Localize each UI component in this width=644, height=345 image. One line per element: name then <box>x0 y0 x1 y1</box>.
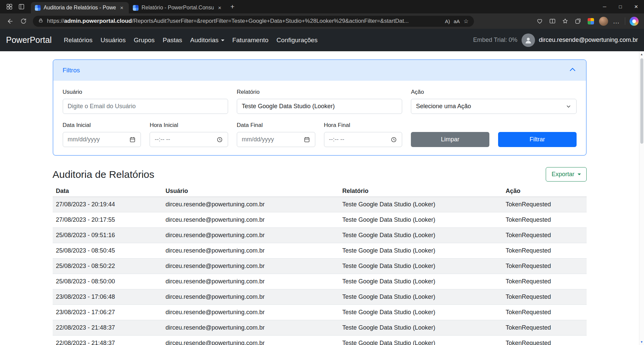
hora-inicial-label: Hora Inicial <box>150 122 228 129</box>
table-cell: 25/08/2023 - 08:50:22 <box>53 259 162 274</box>
tab-title: Relatório - PowerPortal.Consume <box>142 5 214 11</box>
table-header-row: Data Usuário Relatório Ação <box>53 186 587 197</box>
table-cell: dirceu.resende@powertuning.com.br <box>162 243 339 259</box>
page-scrollbar[interactable]: ▲ ▼ <box>639 51 644 345</box>
chevron-down-icon <box>221 40 224 41</box>
field-data-inicial: Data Inicial mm/dd/yyyy <box>63 122 141 147</box>
filters-body: Usuário Relatório Ação Selecione uma Açã… <box>53 81 586 155</box>
tab-favicon <box>133 5 139 11</box>
url-path: /ReportsAudit?userFilter=&reportFilter=T… <box>132 18 409 24</box>
browser-essentials-icon[interactable] <box>534 15 546 27</box>
refresh-icon[interactable] <box>17 15 30 27</box>
browser-tab-active[interactable]: Auditoria de Relatórios - PowerP × <box>31 2 129 13</box>
field-relatorio: Relatório <box>237 89 402 114</box>
data-inicial-label: Data Inicial <box>63 122 141 129</box>
table-cell: TokenRequested <box>502 274 587 289</box>
field-usuario: Usuário <box>63 89 228 114</box>
close-window-button[interactable]: × <box>628 0 644 13</box>
embed-trial-status: Embed Trial: 0% <box>473 37 518 44</box>
nav-usuarios[interactable]: Usuários <box>97 37 130 44</box>
nav-faturamento[interactable]: Faturamento <box>228 37 273 44</box>
more-menu-icon[interactable]: … <box>610 15 622 27</box>
usuario-input[interactable] <box>63 99 228 114</box>
clock-icon[interactable] <box>390 136 397 143</box>
table-cell: dirceu.resende@powertuning.com.br <box>162 336 339 345</box>
collections-icon[interactable] <box>572 15 584 27</box>
url-text: https://admin.powerportal.cloud/ReportsA… <box>47 18 441 24</box>
nav-grupos[interactable]: Grupos <box>130 37 159 44</box>
read-aloud-icon[interactable]: A) <box>445 18 450 24</box>
table-cell: 25/08/2023 - 08:50:00 <box>53 274 162 289</box>
filters-header[interactable]: Filtros <box>53 60 586 81</box>
table-cell: TokenRequested <box>502 243 587 259</box>
tab-close-icon[interactable]: × <box>119 4 125 11</box>
address-bar[interactable]: https://admin.powerportal.cloud/ReportsA… <box>33 16 474 27</box>
nav-pastas[interactable]: Pastas <box>159 37 186 44</box>
window-controls: ─ □ × <box>597 0 644 13</box>
maximize-button[interactable]: □ <box>612 0 628 13</box>
copilot-icon[interactable] <box>628 15 640 27</box>
table-cell: dirceu.resende@powertuning.com.br <box>162 320 339 336</box>
relatorio-input[interactable] <box>237 99 402 114</box>
scroll-down-arrow-icon[interactable]: ▼ <box>639 339 644 345</box>
vertical-tabs-icon[interactable] <box>18 3 25 10</box>
field-data-final: Data Final mm/dd/yyyy <box>237 122 315 147</box>
hora-final-input[interactable]: --:-- -- <box>324 132 402 147</box>
scrollbar-thumb[interactable] <box>640 58 643 144</box>
user-email[interactable]: dirceu.resende@powertuning.com.br <box>539 37 638 44</box>
audit-table-body: 27/08/2023 - 20:19:44dirceu.resende@powe… <box>53 197 587 345</box>
favorites-icon[interactable] <box>559 15 571 27</box>
table-cell: 22/08/2023 - 21:48:37 <box>53 320 162 336</box>
split-screen-icon[interactable] <box>546 15 558 27</box>
nav-configuracoes[interactable]: Configurações <box>272 37 322 44</box>
relatorio-label: Relatório <box>237 89 402 95</box>
main-nav: Relatórios Usuários Grupos Pastas Audito… <box>60 37 322 44</box>
browser-tab-inactive[interactable]: Relatório - PowerPortal.Consume × <box>129 2 227 13</box>
field-hora-final: Hora Final --:-- -- <box>324 122 402 147</box>
table-cell: dirceu.resende@powertuning.com.br <box>162 274 339 289</box>
new-tab-button[interactable]: + <box>227 2 238 12</box>
user-avatar[interactable] <box>522 33 535 47</box>
tab-close-icon[interactable]: × <box>217 4 223 11</box>
table-cell: 22/08/2023 - 21:48:37 <box>53 336 162 345</box>
nav-relatorios[interactable]: Relatórios <box>60 37 97 44</box>
field-hora-inicial: Hora Inicial --:-- -- <box>150 122 228 147</box>
calendar-icon[interactable] <box>129 136 136 143</box>
brand-logo[interactable]: PowerPortal <box>6 35 52 45</box>
tab-favicon <box>35 5 41 11</box>
scroll-up-arrow-icon[interactable]: ▲ <box>639 51 644 57</box>
toolbar-divider <box>625 17 625 25</box>
extension-icon[interactable] <box>585 15 597 27</box>
app-header: PowerPortal Relatórios Usuários Grupos P… <box>0 29 644 51</box>
section-head: Auditoria de Relatórios Exportar <box>53 167 587 182</box>
workspaces-icon[interactable] <box>6 3 13 10</box>
table-cell: Teste Google Data Studio (Looker) <box>339 212 502 228</box>
nav-auditorias[interactable]: Auditorias <box>186 37 228 44</box>
data-inicial-input[interactable]: mm/dd/yyyy <box>63 132 141 147</box>
data-final-label: Data Final <box>237 122 315 129</box>
back-icon[interactable] <box>4 15 16 27</box>
table-cell: TokenRequested <box>502 228 587 243</box>
table-row: 25/08/2023 - 09:51:16dirceu.resende@powe… <box>53 228 587 243</box>
browser-profile-avatar[interactable] <box>597 15 609 27</box>
minimize-button[interactable]: ─ <box>597 0 612 13</box>
acao-select[interactable]: Selecione uma Ação <box>411 99 576 114</box>
data-final-input[interactable]: mm/dd/yyyy <box>237 132 315 147</box>
table-cell: 27/08/2023 - 20:19:44 <box>53 197 162 212</box>
table-cell: Teste Google Data Studio (Looker) <box>339 305 502 320</box>
table-cell: dirceu.resende@powertuning.com.br <box>162 228 339 243</box>
filtrar-button[interactable]: Filtrar <box>498 132 577 147</box>
table-cell: Teste Google Data Studio (Looker) <box>339 259 502 274</box>
calendar-icon[interactable] <box>304 136 310 143</box>
exportar-button[interactable]: Exportar <box>546 167 586 182</box>
table-cell: Teste Google Data Studio (Looker) <box>339 243 502 259</box>
add-favorite-star-icon[interactable]: ☆ <box>464 18 469 25</box>
clock-icon[interactable] <box>216 136 223 143</box>
limpar-button[interactable]: Limpar <box>411 132 489 147</box>
lock-icon <box>38 18 43 24</box>
table-cell: TokenRequested <box>502 289 587 305</box>
table-cell: TokenRequested <box>502 197 587 212</box>
translate-icon[interactable]: aA <box>453 18 460 24</box>
hora-inicial-input[interactable]: --:-- -- <box>150 132 228 147</box>
chevron-up-icon[interactable] <box>569 66 577 75</box>
